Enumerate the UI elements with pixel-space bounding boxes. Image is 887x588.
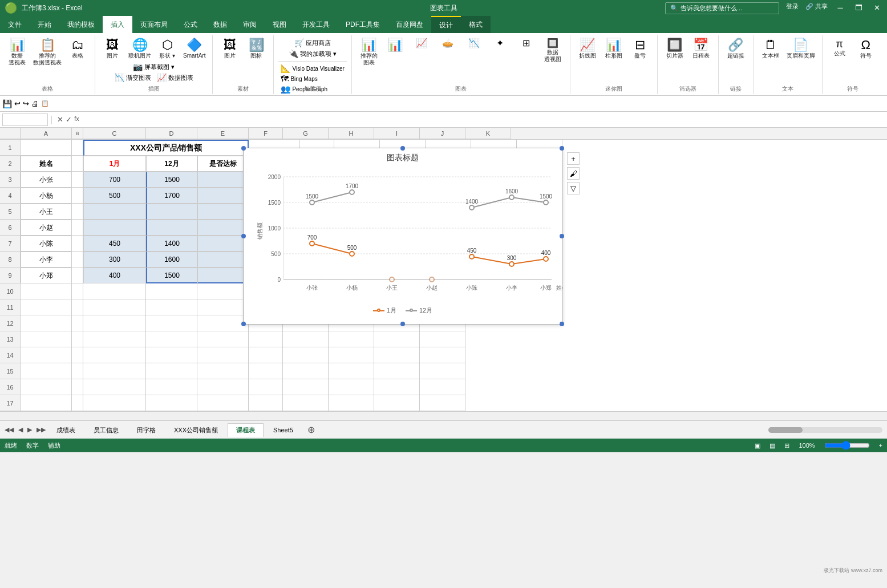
recommended-pivot-btn[interactable]: 📋 推荐的数据透视表 bbox=[31, 38, 64, 67]
row-header-1[interactable]: 1 bbox=[0, 140, 21, 156]
view-pagelayout-btn[interactable]: ▤ bbox=[769, 442, 775, 449]
table-btn[interactable]: 🗂 表格 bbox=[65, 38, 90, 60]
view-normal-btn[interactable]: ▣ bbox=[755, 442, 760, 449]
window-controls[interactable]: 🔍 告诉我您想要做什么... 登录 🔗 共享 ─ 🗖 ✕ bbox=[665, 2, 882, 14]
row-header-7[interactable]: 7 bbox=[0, 236, 21, 252]
col-header-J[interactable]: J bbox=[420, 128, 465, 139]
symbol-btn[interactable]: Ω 符号 bbox=[853, 38, 878, 60]
share-btn[interactable]: 🔗 共享 bbox=[805, 2, 828, 14]
custom-quick-btn[interactable]: 📋 bbox=[41, 100, 49, 107]
tab-view[interactable]: 视图 bbox=[265, 16, 294, 33]
row-header-13[interactable]: 13 bbox=[0, 331, 21, 347]
smartart-btn[interactable]: 🔷 SmartArt bbox=[181, 38, 208, 60]
cell-E5[interactable] bbox=[197, 204, 249, 220]
handle-br[interactable] bbox=[560, 322, 564, 326]
cancel-formula-icon[interactable]: ✕ bbox=[57, 115, 63, 124]
recommend-chart-btn[interactable]: 📊 推荐的图表 bbox=[357, 38, 382, 67]
cell-A9[interactable]: 小郑 bbox=[21, 267, 72, 283]
tab-formula[interactable]: 公式 bbox=[176, 16, 205, 33]
col-header-K[interactable]: K bbox=[465, 128, 511, 139]
row-header-6[interactable]: 6 bbox=[0, 220, 21, 236]
close-btn[interactable]: ✕ bbox=[871, 2, 882, 14]
screenshot-btn[interactable]: 📷 屏幕截图 ▾ bbox=[131, 62, 177, 72]
app-store-btn[interactable]: 🛒 应用商店 bbox=[292, 38, 333, 48]
pivot-chart-btn[interactable]: 🔲 数据透视图 bbox=[540, 38, 565, 64]
sheet-tab-chengjibiao[interactable]: 成绩表 bbox=[48, 423, 84, 437]
shapes-btn[interactable]: ⬡ 形状 ▾ bbox=[155, 38, 180, 60]
formula-input[interactable] bbox=[84, 115, 885, 125]
handle-ml[interactable] bbox=[241, 234, 246, 238]
undo-quick-btn[interactable]: ↩ bbox=[14, 99, 21, 108]
textbox-btn[interactable]: 🗒 文本框 bbox=[758, 38, 783, 60]
cell-A6[interactable]: 小赵 bbox=[21, 220, 72, 236]
scatter-chart-btn[interactable]: ✦ bbox=[488, 38, 513, 50]
col-header-I[interactable]: I bbox=[374, 128, 420, 139]
cell-E7[interactable] bbox=[197, 236, 249, 252]
print-quick-btn[interactable]: 🖨 bbox=[31, 99, 39, 108]
timeline-btn[interactable]: 📅 日程表 bbox=[688, 38, 714, 60]
assets-pic-btn[interactable]: 🖼 图片 bbox=[217, 38, 242, 60]
cell-A4[interactable]: 小杨 bbox=[21, 188, 72, 204]
pivot-table-btn[interactable]: 📊 数据透视表 bbox=[5, 38, 30, 67]
slicer-btn[interactable]: 🔲 切片器 bbox=[662, 38, 687, 60]
redo-quick-btn[interactable]: ↪ bbox=[23, 99, 29, 108]
cell-C5[interactable] bbox=[83, 204, 146, 220]
cell-C4[interactable]: 500 bbox=[83, 188, 146, 204]
tab-file[interactable]: 文件 bbox=[0, 16, 30, 33]
tab-baidu[interactable]: 百度网盘 bbox=[388, 16, 431, 33]
cell-B8[interactable] bbox=[72, 252, 83, 267]
cell-E6[interactable] bbox=[197, 220, 249, 236]
tab-format[interactable]: 格式 bbox=[461, 16, 491, 33]
cell-B2[interactable] bbox=[72, 156, 83, 172]
tab-dev[interactable]: 开发工具 bbox=[294, 16, 338, 33]
bar-chart-btn[interactable]: 📊 bbox=[383, 38, 408, 54]
handle-mr[interactable] bbox=[560, 234, 564, 238]
gradient-chart-btn[interactable]: 📉 渐变图表 bbox=[112, 72, 153, 83]
tab-data[interactable]: 数据 bbox=[205, 16, 235, 33]
nav-right-btn[interactable]: ▶▶ bbox=[34, 425, 48, 435]
chart-filter-btn[interactable]: ▽ bbox=[567, 182, 580, 194]
cell-B6[interactable] bbox=[72, 220, 83, 236]
chart-add-element-btn[interactable]: + bbox=[567, 152, 580, 165]
bing-maps-btn[interactable]: 🗺 Bing Maps bbox=[278, 74, 346, 84]
col-header-D[interactable]: D bbox=[146, 128, 197, 139]
sparkline-winloss-btn[interactable]: ⊟ 盈亏 bbox=[627, 38, 653, 60]
handle-tm[interactable] bbox=[400, 146, 405, 151]
cell-B4[interactable] bbox=[72, 188, 83, 204]
nav-next-btn[interactable]: ▶ bbox=[25, 425, 34, 435]
chart-container[interactable]: 图表标题 0 500 bbox=[243, 148, 562, 325]
horizontal-scrollbar[interactable] bbox=[0, 411, 887, 420]
col-header-H[interactable]: H bbox=[329, 128, 374, 139]
col-header-A[interactable]: A bbox=[21, 128, 72, 139]
confirm-formula-icon[interactable]: ✓ bbox=[66, 115, 72, 124]
login-btn[interactable]: 登录 bbox=[786, 2, 799, 14]
formula-btn[interactable]: π 公式 bbox=[827, 38, 852, 58]
cell-A8[interactable]: 小李 bbox=[21, 252, 72, 267]
cell-E9[interactable] bbox=[197, 267, 249, 283]
tab-insert[interactable]: 插入 bbox=[103, 16, 132, 33]
cell-D4[interactable]: 1700 bbox=[146, 188, 197, 204]
row-header-5[interactable]: 5 bbox=[0, 204, 21, 220]
cell-C9[interactable]: 400 bbox=[83, 267, 146, 283]
my-addins-btn[interactable]: 🔌 我的加载项 ▾ bbox=[286, 48, 339, 59]
sheet-tab-tianzi[interactable]: 田字格 bbox=[128, 423, 164, 437]
hyperlink-btn[interactable]: 🔗 超链接 bbox=[723, 38, 748, 60]
nav-left-btn[interactable]: ◀◀ bbox=[2, 425, 16, 435]
insert-function-icon[interactable]: fx bbox=[74, 115, 79, 124]
sheet-tab-yuangong[interactable]: 员工信息 bbox=[85, 423, 127, 437]
col-header-C[interactable]: C bbox=[83, 128, 146, 139]
row-header-16[interactable]: 16 bbox=[0, 379, 21, 395]
zoom-slider[interactable] bbox=[824, 441, 870, 450]
row-header-10[interactable]: 10 bbox=[0, 283, 21, 299]
handle-bl[interactable] bbox=[241, 322, 246, 326]
tab-review[interactable]: 审阅 bbox=[235, 16, 265, 33]
row-header-15[interactable]: 15 bbox=[0, 363, 21, 379]
cell-C3[interactable]: 700 bbox=[83, 172, 146, 188]
add-sheet-btn[interactable]: ⊕ bbox=[303, 422, 319, 437]
cell-B3[interactable] bbox=[72, 172, 83, 188]
row-header-4[interactable]: 4 bbox=[0, 188, 21, 204]
row-header-2[interactable]: 2 bbox=[0, 156, 21, 172]
scroll-track[interactable] bbox=[768, 427, 882, 433]
tab-mytemplate[interactable]: 我的模板 bbox=[59, 16, 103, 33]
tab-home[interactable]: 开始 bbox=[30, 16, 59, 33]
